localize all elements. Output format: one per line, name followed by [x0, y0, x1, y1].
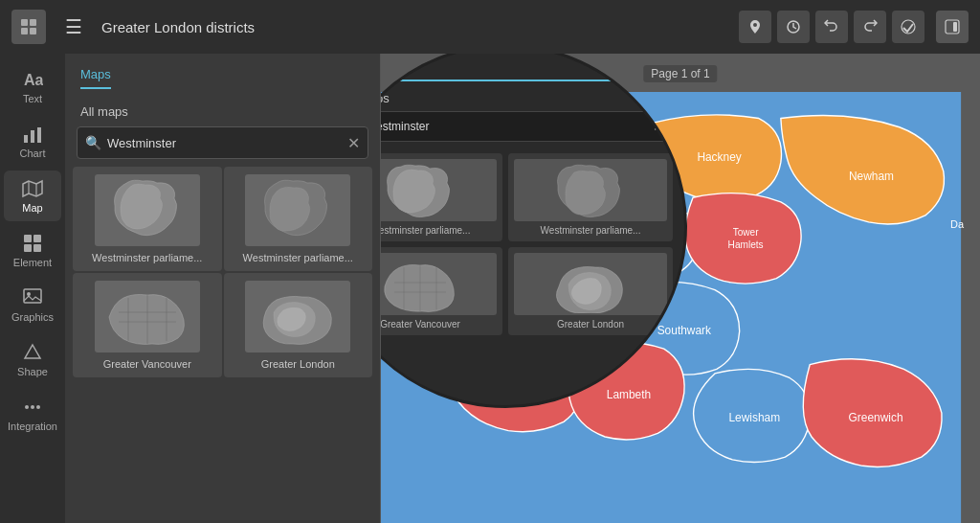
district-label-hackney: Hackney — [697, 150, 741, 164]
svg-rect-17 — [33, 244, 41, 252]
toolbar-actions — [739, 11, 924, 43]
map-thumbnail-westminster2 — [245, 174, 350, 246]
panel-header: Maps — [65, 54, 380, 97]
sidebar-label-graphics: Graphics — [11, 311, 54, 323]
district-label-greenwich: Greenwich — [849, 411, 903, 424]
svg-rect-3 — [30, 28, 36, 34]
sidebar-label-text: Text — [23, 93, 42, 104]
sidebar-label-integration: Integration — [8, 421, 57, 432]
sidebar-item-map[interactable]: Map — [4, 171, 61, 221]
panel-tab-maps[interactable]: Maps — [80, 67, 111, 89]
sidebar-item-shape[interactable]: Shape — [4, 334, 61, 385]
svg-rect-2 — [21, 28, 28, 34]
district-label-newham: Newham — [849, 170, 894, 183]
map-thumbnail-greater-london — [245, 281, 350, 352]
sidebar-label-element: Element — [13, 257, 52, 268]
circle-label-westminster1: Westminster parliame... — [381, 225, 470, 236]
panel-section-title: All maps — [65, 97, 380, 126]
map-label-greater-vancouver: Greater Vancouver — [103, 358, 191, 370]
svg-rect-0 — [21, 19, 28, 26]
circle-label-westminster2: Westminster parliame... — [541, 225, 641, 236]
map-grid: Westminster parliame... Westminster parl… — [65, 167, 380, 377]
map-panel: Maps All maps 🔍 ✕ Westminster parliame..… — [65, 54, 381, 523]
map-item-westminster2[interactable]: Westminster parliame... — [224, 167, 373, 271]
svg-point-21 — [31, 405, 34, 409]
map-label-westminster2: Westminster parliame... — [243, 252, 353, 263]
main-layout: Aa Text Chart Map — [0, 54, 980, 523]
app-logo — [11, 10, 46, 44]
circle-search-container: 🔍 ✕ — [381, 111, 673, 142]
svg-rect-7 — [953, 22, 957, 32]
circle-map-item-greater-london[interactable]: Greater London — [508, 247, 673, 335]
svg-rect-11 — [37, 127, 41, 143]
sidebar-label-shape: Shape — [17, 366, 48, 377]
map-label-greater-london: Greater London — [261, 358, 335, 370]
page-indicator: Page 1 of 1 — [643, 65, 717, 82]
circle-map-item-westminster1[interactable]: Westminster parliame... — [381, 153, 502, 241]
svg-rect-16 — [24, 244, 32, 252]
district-label-tower-hamlets2: Hamlets — [728, 239, 764, 250]
map-label-westminster1: Westminster parliame... — [92, 252, 202, 263]
circle-search-input[interactable] — [381, 120, 653, 133]
location-button[interactable] — [739, 11, 771, 43]
map-item-greater-vancouver[interactable]: Greater Vancouver — [73, 273, 222, 377]
circle-maps-tab[interactable]: Maps — [381, 60, 669, 81]
circle-thumb-westminster2 — [514, 159, 667, 221]
svg-point-22 — [36, 405, 40, 409]
redo-button[interactable] — [854, 11, 886, 43]
sidebar-item-graphics[interactable]: Graphics — [4, 280, 61, 330]
map-item-westminster1[interactable]: Westminster parliame... — [73, 167, 222, 271]
svg-rect-18 — [24, 289, 41, 303]
circle-thumb-greater-london — [514, 253, 667, 315]
search-clear-button[interactable]: ✕ — [347, 134, 360, 152]
top-bar: ☰ Greater London districts — [0, 0, 980, 54]
map-thumbnail-westminster1 — [95, 174, 200, 246]
sidebar: Aa Text Chart Map — [0, 54, 65, 523]
circle-thumb-greater-vancouver — [381, 253, 497, 315]
sidebar-label-chart: Chart — [20, 148, 46, 159]
svg-rect-10 — [31, 130, 34, 143]
svg-rect-14 — [24, 235, 32, 242]
search-input[interactable] — [101, 136, 347, 150]
sidebar-label-map: Map — [22, 202, 42, 214]
map-item-greater-london[interactable]: Greater London — [224, 273, 373, 377]
svg-point-20 — [25, 405, 29, 409]
circle-label-greater-london: Greater London — [557, 319, 624, 330]
district-label-lewisham: Lewisham — [728, 411, 780, 424]
circle-map-item-greater-vancouver[interactable]: Greater Vancouver — [381, 247, 502, 335]
document-title: Greater London districts — [101, 19, 727, 35]
circle-label-greater-vancouver: Greater Vancouver — [381, 319, 460, 330]
circle-thumb-westminster1 — [381, 159, 497, 221]
sidebar-item-element[interactable]: Element — [4, 225, 61, 276]
svg-rect-15 — [33, 235, 41, 242]
district-label-partial: Da — [950, 218, 965, 230]
district-label-lambeth: Lambeth — [607, 388, 651, 401]
sidebar-item-integration[interactable]: Integration — [4, 389, 61, 440]
history-button[interactable] — [777, 11, 810, 43]
sidebar-item-chart[interactable]: Chart — [4, 116, 61, 167]
circle-map-item-westminster2[interactable]: Westminster parliame... — [508, 153, 673, 241]
right-panel-button[interactable] — [936, 11, 969, 43]
district-label-tower-hamlets: Tower — [733, 227, 760, 238]
circle-map-grid: Westminster parliame... Westminster parl… — [381, 149, 684, 339]
menu-button[interactable]: ☰ — [57, 11, 90, 42]
search-icon: 🔍 — [85, 135, 101, 150]
district-label-southwark: Southwark — [657, 324, 711, 337]
search-container: 🔍 ✕ — [77, 126, 368, 159]
svg-rect-1 — [30, 19, 36, 26]
undo-button[interactable] — [815, 11, 848, 43]
sidebar-item-text[interactable]: Aa Text — [4, 61, 61, 112]
svg-rect-9 — [24, 135, 28, 143]
svg-text:Aa: Aa — [24, 72, 43, 88]
canvas-area: Page 1 of 1 Brent Camden Islington Hackn… — [381, 54, 980, 523]
check-button[interactable] — [892, 11, 924, 43]
map-thumbnail-greater-vancouver — [95, 281, 200, 352]
